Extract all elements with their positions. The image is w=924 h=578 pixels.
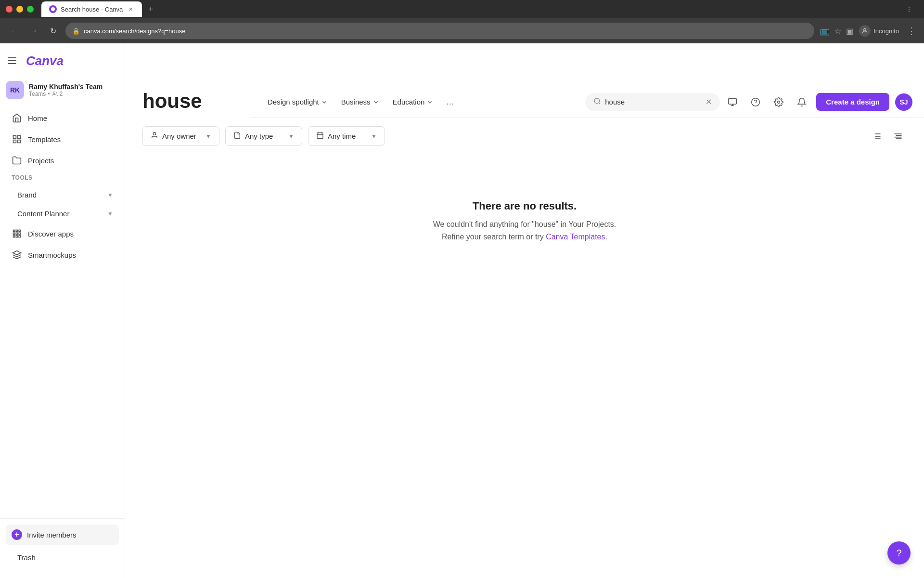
- create-design-button[interactable]: Create a design: [816, 93, 889, 111]
- canva-logo[interactable]: Canva: [26, 53, 64, 68]
- cast-icon[interactable]: 📺: [820, 26, 830, 36]
- svg-point-30: [153, 132, 155, 135]
- svg-line-23: [599, 103, 600, 104]
- type-filter-chevron: ▼: [288, 133, 294, 140]
- empty-state-description: We couldn't find anything for "house" in…: [433, 218, 616, 243]
- svg-point-29: [778, 101, 780, 103]
- window-maximize-button[interactable]: [27, 6, 34, 13]
- back-button[interactable]: ←: [8, 24, 21, 38]
- svg-rect-4: [18, 136, 21, 139]
- sidebar-logo-area: Canva: [0, 49, 125, 72]
- more-tabs-button[interactable]: ⋮: [906, 5, 918, 13]
- browser-tab-active[interactable]: Search house - Canva ✕: [41, 1, 142, 17]
- business-label: Business: [341, 98, 371, 106]
- window-controls: [6, 6, 34, 13]
- brand-label: Brand: [17, 191, 37, 199]
- tab-close-button[interactable]: ✕: [127, 5, 134, 13]
- education-menu[interactable]: Education: [387, 94, 439, 110]
- svg-rect-24: [729, 98, 737, 104]
- svg-point-2: [53, 92, 55, 94]
- sidebar-icon[interactable]: ▣: [846, 26, 853, 36]
- present-button[interactable]: [724, 93, 741, 111]
- svg-rect-14: [19, 230, 20, 232]
- window-close-button[interactable]: [6, 6, 13, 13]
- main-content: house Templates Projects Any owner ▼: [125, 74, 924, 578]
- menu-bar-2: [8, 60, 16, 61]
- svg-rect-20: [19, 236, 20, 237]
- svg-rect-31: [317, 133, 323, 139]
- smartmockups-icon: [12, 250, 22, 260]
- address-bar-row: ← → ↻ 🔒 canva.com/search/designs?q=house…: [0, 18, 924, 43]
- sidebar-item-smartmockups[interactable]: Smartmockups: [6, 245, 119, 265]
- canva-templates-link[interactable]: Canva Templates: [546, 233, 605, 241]
- list-view-button[interactable]: [868, 128, 886, 145]
- education-chevron: [426, 99, 433, 105]
- topnav-more-button[interactable]: …: [441, 93, 459, 111]
- tab-favicon: [49, 5, 57, 13]
- sidebar-item-discover-apps[interactable]: Discover apps: [6, 223, 119, 244]
- address-bar-icons: 📺 ☆ ▣: [820, 26, 853, 36]
- sidebar-item-brand[interactable]: Brand ▼: [6, 186, 119, 204]
- browser-chrome: Search house - Canva ✕ + ⋮ ← → ↻ 🔒 canva…: [0, 0, 924, 43]
- bookmark-icon[interactable]: ☆: [834, 26, 841, 36]
- url-text: canva.com/search/designs?q=house: [84, 27, 185, 35]
- svg-rect-19: [16, 236, 17, 237]
- trash-label: Trash: [17, 553, 36, 562]
- brand-item-left: Brand: [12, 191, 37, 199]
- browser-more-button[interactable]: ⋮: [907, 25, 916, 37]
- sidebar: Canva RK Ramy Khuffash's Team Teams • 2: [0, 43, 125, 578]
- team-details: Ramy Khuffash's Team Teams • 2: [29, 83, 103, 97]
- owner-filter[interactable]: Any owner ▼: [142, 126, 219, 146]
- search-input[interactable]: [605, 98, 702, 106]
- menu-bar-3: [8, 63, 16, 64]
- owner-filter-label: Any owner: [162, 132, 196, 140]
- svg-point-22: [594, 98, 600, 104]
- sidebar-templates-label: Templates: [28, 135, 61, 144]
- type-filter-label: Any type: [245, 132, 273, 140]
- sidebar-item-projects[interactable]: Projects: [6, 150, 119, 171]
- sidebar-item-content-planner[interactable]: Content Planner ▼: [6, 205, 119, 223]
- settings-button[interactable]: [770, 93, 787, 111]
- help-fab-button[interactable]: ?: [887, 541, 911, 565]
- forward-button[interactable]: →: [27, 24, 40, 38]
- team-avatar: RK: [6, 81, 24, 99]
- svg-rect-3: [13, 136, 16, 139]
- help-button[interactable]: [747, 93, 764, 111]
- design-spotlight-menu[interactable]: Design spotlight: [262, 94, 334, 110]
- discover-apps-icon: [12, 228, 22, 239]
- lock-icon: 🔒: [72, 27, 80, 35]
- address-bar[interactable]: 🔒 canva.com/search/designs?q=house: [65, 23, 814, 39]
- search-bar[interactable]: ✕: [585, 93, 720, 111]
- svg-rect-18: [13, 236, 15, 237]
- design-spotlight-chevron: [321, 99, 328, 105]
- type-filter[interactable]: Any type ▼: [225, 126, 302, 146]
- sidebar-item-trash[interactable]: Trash: [6, 549, 119, 566]
- empty-state: There are no results. We couldn't find a…: [142, 161, 907, 281]
- sidebar-item-templates[interactable]: Templates: [6, 129, 119, 149]
- svg-rect-6: [13, 140, 16, 143]
- sidebar-home-label: Home: [28, 114, 47, 122]
- incognito-area: Incognito: [859, 25, 899, 37]
- invite-members-button[interactable]: + Invite members: [6, 525, 119, 545]
- tab-bar: Search house - Canva ✕ + ⋮: [0, 0, 924, 18]
- menu-toggle-button[interactable]: [6, 53, 21, 68]
- user-avatar[interactable]: SJ: [895, 93, 912, 111]
- svg-point-0: [51, 7, 55, 11]
- team-info[interactable]: RK Ramy Khuffash's Team Teams • 2: [0, 76, 125, 104]
- topnav: Design spotlight Business Education …: [250, 87, 924, 118]
- sidebar-item-home[interactable]: Home: [6, 108, 119, 128]
- team-name: Ramy Khuffash's Team: [29, 83, 103, 91]
- business-menu[interactable]: Business: [335, 94, 385, 110]
- new-tab-button[interactable]: +: [144, 2, 157, 16]
- owner-filter-chevron: ▼: [205, 133, 211, 140]
- time-filter[interactable]: Any time ▼: [308, 126, 385, 146]
- search-clear-button[interactable]: ✕: [706, 97, 712, 106]
- window-minimize-button[interactable]: [16, 6, 23, 13]
- refresh-button[interactable]: ↻: [46, 24, 60, 38]
- menu-bar-1: [8, 57, 16, 58]
- tools-section-label: Tools: [6, 171, 119, 184]
- right-panel: Design spotlight Business Education …: [125, 43, 924, 578]
- notifications-button[interactable]: [793, 93, 810, 111]
- sort-button[interactable]: [889, 128, 907, 145]
- brand-chevron-icon: ▼: [107, 192, 113, 198]
